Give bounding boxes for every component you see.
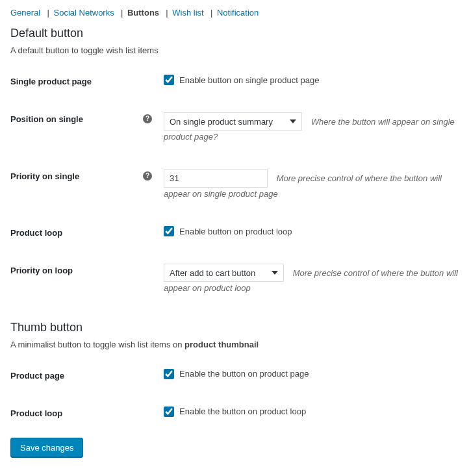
label-position-on-single: Position on single ? — [10, 112, 164, 124]
help-icon[interactable]: ? — [143, 171, 152, 181]
settings-tabs: General | Social Networks | Buttons | Wi… — [10, 8, 459, 18]
tab-general[interactable]: General — [10, 8, 40, 18]
section-default-button-desc: A default button to toggle wish list ite… — [10, 45, 459, 55]
section-thumb-button-title: Thumb button — [10, 321, 459, 334]
row-thumb-product-loop: Product loop Enable the button on produc… — [10, 407, 459, 418]
section-thumb-button-desc: A minimalist button to toggle wish list … — [10, 340, 459, 349]
label-priority-on-loop: Priority on loop — [10, 264, 164, 275]
tab-notification[interactable]: Notification — [217, 8, 259, 18]
label-priority-on-single: Priority on single ? — [10, 169, 164, 181]
checkbox-enable-product-loop[interactable] — [164, 226, 174, 236]
save-button[interactable]: Save changes — [10, 438, 83, 458]
row-thumb-product-page: Product page Enable the button on produc… — [10, 369, 459, 381]
select-priority-on-loop[interactable]: After add to cart button — [164, 264, 284, 282]
input-priority-on-single[interactable] — [164, 169, 268, 188]
checkbox-enable-thumb-product-page[interactable] — [164, 369, 174, 379]
checkbox-enable-thumb-product-loop[interactable] — [164, 407, 174, 417]
checkbox-label-thumb-product-page[interactable]: Enable the button on product page — [179, 369, 309, 379]
checkbox-label-single-product[interactable]: Enable button on single product page — [179, 75, 319, 85]
label-single-product-page: Single product page — [10, 75, 164, 86]
row-priority-on-single: Priority on single ? More precise contro… — [10, 169, 459, 201]
label-thumb-product-loop: Product loop — [10, 407, 164, 418]
checkbox-enable-single-product[interactable] — [164, 75, 174, 85]
section-default-button-title: Default button — [10, 27, 459, 40]
help-icon[interactable]: ? — [143, 114, 152, 123]
select-position-on-single[interactable]: On single product summary — [164, 112, 302, 131]
label-thumb-product-page: Product page — [10, 369, 164, 381]
tab-buttons[interactable]: Buttons — [127, 8, 159, 18]
row-position-on-single: Position on single ? On single product s… — [10, 112, 459, 144]
tab-social-networks[interactable]: Social Networks — [54, 8, 114, 18]
tab-wish-list[interactable]: Wish list — [172, 8, 203, 18]
checkbox-label-product-loop[interactable]: Enable button on product loop — [179, 227, 292, 236]
row-priority-on-loop: Priority on loop After add to cart butto… — [10, 264, 459, 295]
row-product-loop: Product loop Enable button on product lo… — [10, 226, 459, 238]
label-product-loop: Product loop — [10, 226, 164, 238]
checkbox-label-thumb-product-loop[interactable]: Enable the button on product loop — [179, 407, 306, 416]
row-single-product-page: Single product page Enable button on sin… — [10, 75, 459, 86]
